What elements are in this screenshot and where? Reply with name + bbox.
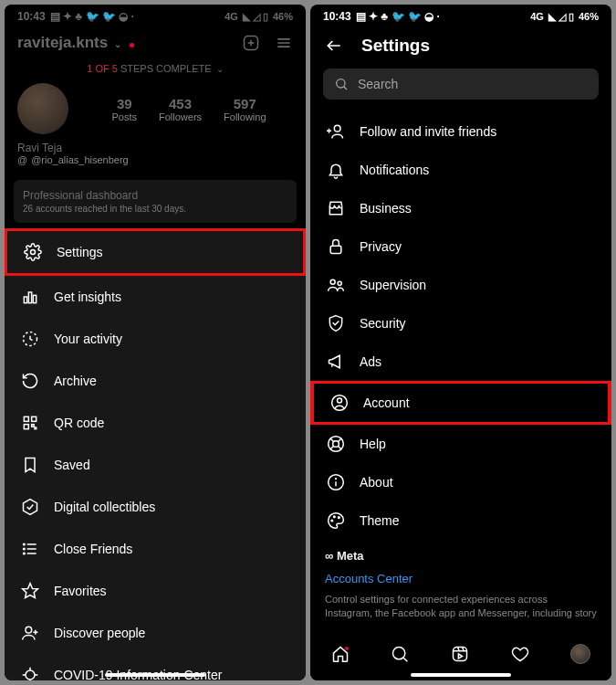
settings-about[interactable]: About — [310, 463, 611, 501]
stat-following[interactable]: 597 Following — [224, 96, 266, 122]
menu-archive[interactable]: Archive — [5, 360, 306, 402]
page-title: Settings — [361, 36, 430, 56]
svg-rect-15 — [35, 427, 37, 429]
nav-home-icon[interactable] — [331, 645, 350, 663]
profile-display-name: Ravi Teja — [5, 142, 306, 154]
profile-stats-row: 39 Posts 453 Followers 597 Following — [5, 83, 306, 142]
svg-point-53 — [334, 516, 336, 518]
accounts-center-link[interactable]: Accounts Center — [325, 572, 597, 585]
settings-security[interactable]: Security — [310, 304, 611, 342]
svg-line-48 — [339, 438, 341, 441]
menu-digital-collectibles[interactable]: Digital collectibles — [5, 486, 306, 528]
settings-privacy[interactable]: Privacy — [310, 227, 611, 266]
settings-list: Follow and invite friends Notifications … — [310, 112, 611, 635]
svg-point-24 — [26, 627, 32, 633]
profile-steps-complete[interactable]: 1 OF 5 STEPS COMPLETE ⌄ — [5, 59, 306, 83]
stat-followers[interactable]: 453 Followers — [159, 96, 202, 122]
svg-line-45 — [330, 438, 333, 441]
profile-avatar[interactable] — [17, 83, 68, 134]
settings-label: Ads — [360, 354, 381, 369]
status-time: 10:43 — [17, 10, 46, 23]
settings-supervision[interactable]: Supervision — [310, 266, 611, 304]
nav-profile-avatar[interactable] — [570, 644, 590, 664]
status-notif-icons: ▤ ✦ ♣ 🐦 🐦 ◒ · — [356, 10, 440, 23]
hexagon-icon — [21, 498, 39, 516]
person-circle-icon — [330, 394, 349, 412]
meta-section: ∞ Meta Accounts Center Control settings … — [310, 540, 611, 621]
status-signal-icons: ◣ ◿ ▯ — [548, 11, 574, 23]
stat-posts[interactable]: 39 Posts — [111, 96, 137, 122]
menu-insights[interactable]: Get insights — [5, 276, 306, 318]
settings-label: Supervision — [360, 278, 426, 292]
menu-label: Digital collectibles — [54, 500, 155, 514]
clock-arrow-icon — [21, 330, 39, 348]
settings-theme[interactable]: Theme — [310, 501, 611, 540]
settings-label: Notifications — [360, 163, 429, 177]
menu-label: Saved — [54, 458, 90, 472]
svg-rect-13 — [24, 425, 28, 429]
svg-point-27 — [26, 670, 35, 680]
settings-label: Account — [363, 395, 410, 410]
megaphone-icon — [327, 353, 345, 371]
menu-favorites[interactable]: Favorites — [5, 570, 306, 612]
archive-icon — [21, 372, 39, 390]
svg-point-51 — [336, 479, 337, 480]
menu-label: Discover people — [54, 626, 145, 640]
status-battery: 46% — [273, 11, 293, 22]
svg-point-22 — [24, 553, 26, 554]
professional-dashboard-card[interactable]: Professional dashboard 26 accounts reach… — [14, 180, 297, 223]
settings-business[interactable]: Business — [310, 189, 611, 227]
svg-rect-9 — [33, 295, 36, 302]
menu-close-friends[interactable]: Close Friends — [5, 528, 306, 570]
menu-activity[interactable]: Your activity — [5, 318, 306, 360]
svg-marker-23 — [23, 584, 38, 598]
search-input[interactable]: Search — [323, 68, 599, 100]
svg-rect-14 — [32, 425, 35, 427]
create-post-icon[interactable] — [242, 34, 260, 52]
back-arrow-icon[interactable] — [325, 37, 343, 55]
nav-search-icon[interactable] — [391, 645, 409, 663]
settings-help[interactable]: Help — [310, 425, 611, 463]
menu-label: Your activity — [54, 332, 122, 346]
right-phone-settings: 10:43 ▤ ✦ ♣ 🐦 🐦 ◒ · 4G ◣ ◿ ▯ 46% Setting… — [310, 5, 611, 680]
settings-ads[interactable]: Ads — [310, 342, 611, 381]
menu-discover-people[interactable]: Discover people — [5, 612, 306, 654]
svg-point-39 — [330, 279, 335, 284]
home-indicator[interactable] — [105, 673, 205, 677]
status-battery: 46% — [579, 11, 599, 22]
settings-label: Theme — [360, 513, 400, 528]
meta-description: Control settings for connected experienc… — [325, 593, 597, 621]
settings-account[interactable]: Account — [310, 381, 611, 425]
settings-label: Follow and invite friends — [360, 124, 496, 139]
search-placeholder: Search — [358, 77, 398, 91]
hamburger-menu-icon[interactable] — [275, 34, 293, 52]
search-icon — [334, 77, 349, 91]
username-dropdown[interactable]: raviteja.knts ⌄ — [17, 34, 233, 52]
menu-saved[interactable]: Saved — [5, 444, 306, 486]
shield-icon — [327, 314, 345, 332]
menu-label: Archive — [54, 374, 97, 388]
meta-logo: ∞ Meta — [325, 549, 597, 563]
settings-notifications[interactable]: Notifications — [310, 151, 611, 189]
settings-follow-invite[interactable]: Follow and invite friends — [310, 112, 611, 151]
svg-point-54 — [339, 517, 340, 519]
svg-line-46 — [339, 447, 341, 449]
menu-label: Close Friends — [54, 542, 132, 556]
nav-reels-icon[interactable] — [451, 645, 469, 663]
svg-rect-12 — [32, 416, 37, 421]
add-person-icon — [21, 624, 39, 642]
profile-handle[interactable]: @ @rio_alias_hisenberg — [5, 154, 306, 174]
lifebuoy-icon — [327, 435, 345, 453]
settings-label: Privacy — [360, 239, 402, 254]
menu-settings[interactable]: Settings — [5, 228, 306, 276]
profile-header: raviteja.knts ⌄ — [5, 26, 306, 59]
status-signal-icons: ◣ ◿ ▯ — [243, 11, 268, 23]
home-indicator[interactable] — [411, 673, 511, 677]
bell-icon — [327, 161, 345, 179]
settings-label: About — [360, 475, 393, 490]
menu-qrcode[interactable]: QR code — [5, 402, 306, 444]
svg-point-40 — [338, 281, 341, 285]
svg-point-52 — [331, 520, 333, 522]
svg-point-33 — [337, 79, 345, 88]
nav-activity-icon[interactable] — [511, 645, 529, 663]
